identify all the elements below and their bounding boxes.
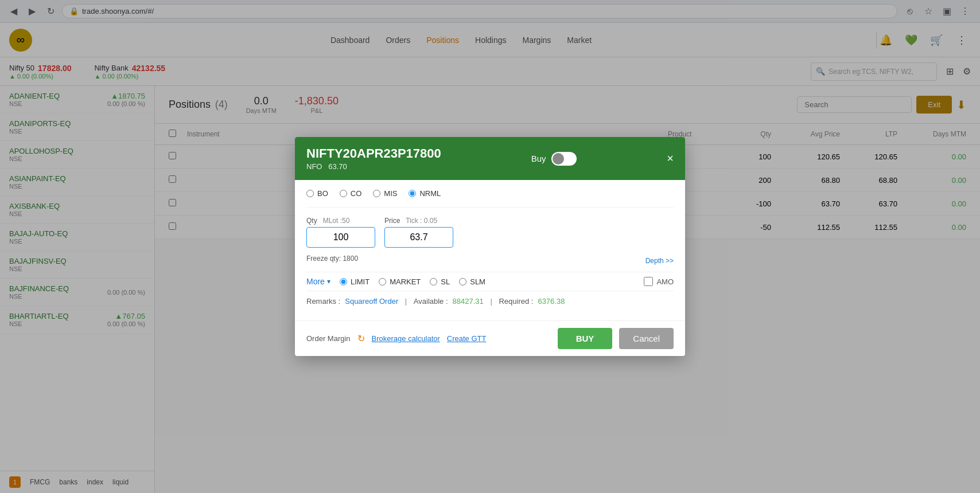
order-exchange: NFO bbox=[306, 162, 322, 171]
order-dialog: NIFTY20APR23P17800 NFO 63.70 Buy × BO bbox=[295, 137, 685, 356]
remarks-label: Remarks : bbox=[306, 297, 340, 306]
brokerage-calculator-link[interactable]: Brokerage calculator bbox=[372, 334, 440, 343]
buy-button[interactable]: BUY bbox=[558, 328, 613, 349]
close-button[interactable]: × bbox=[667, 152, 674, 165]
subtype-slm[interactable]: SLM bbox=[459, 277, 485, 286]
order-types: BO CO MIS NRML bbox=[306, 189, 674, 208]
order-header-left: NIFTY20APR23P17800 NFO 63.70 bbox=[306, 146, 441, 171]
subtype-sl[interactable]: SL bbox=[430, 277, 450, 286]
freeze-qty: Freeze qty: 1800 bbox=[306, 255, 358, 263]
remarks-value: Squareoff Order bbox=[345, 297, 398, 306]
refresh-icon[interactable]: ↻ bbox=[357, 333, 365, 344]
available-label: Available : bbox=[414, 297, 448, 306]
required-label: Required : bbox=[499, 297, 533, 306]
chevron-down-icon: ▾ bbox=[327, 277, 330, 285]
amo-wrap: AMO bbox=[644, 277, 674, 286]
price-input[interactable] bbox=[384, 227, 453, 248]
order-footer: Order Margin ↻ Brokerage calculator Crea… bbox=[295, 320, 685, 356]
order-fields: Qty MLot :50 Price Tick : 0.05 bbox=[306, 217, 674, 248]
separator-2: | bbox=[488, 297, 495, 306]
order-type-nrml[interactable]: NRML bbox=[409, 189, 441, 198]
available-value: 88427.31 bbox=[453, 297, 484, 306]
qty-field-group: Qty MLot :50 bbox=[306, 217, 375, 248]
order-ltp: 63.70 bbox=[328, 162, 347, 171]
qty-input[interactable] bbox=[306, 227, 375, 248]
buy-sell-toggle[interactable] bbox=[551, 152, 577, 166]
modal-overlay: NIFTY20APR23P17800 NFO 63.70 Buy × BO bbox=[0, 0, 980, 493]
subtype-limit[interactable]: LIMIT bbox=[340, 277, 370, 286]
price-field-group: Price Tick : 0.05 bbox=[384, 217, 453, 248]
order-title: NIFTY20APR23P17800 bbox=[306, 146, 441, 161]
separator-1: | bbox=[403, 297, 409, 306]
order-type-bo[interactable]: BO bbox=[306, 189, 328, 198]
subtype-market[interactable]: MARKET bbox=[379, 277, 421, 286]
depth-link[interactable]: Depth >> bbox=[645, 257, 674, 265]
order-type-co[interactable]: CO bbox=[340, 189, 362, 198]
cancel-button[interactable]: Cancel bbox=[619, 328, 674, 349]
order-remarks: Remarks : Squareoff Order | Available : … bbox=[306, 291, 674, 311]
order-dialog-header: NIFTY20APR23P17800 NFO 63.70 Buy × bbox=[295, 137, 685, 180]
toggle-knob bbox=[553, 153, 564, 165]
qty-label: Qty MLot :50 bbox=[306, 217, 375, 225]
order-dialog-body: BO CO MIS NRML Qty MLot :50 bbox=[295, 180, 685, 320]
price-label: Price Tick : 0.05 bbox=[384, 217, 453, 225]
order-margin-label: Order Margin bbox=[306, 334, 351, 343]
amo-label: AMO bbox=[656, 277, 674, 286]
amo-checkbox[interactable] bbox=[644, 277, 653, 286]
freeze-depth-row: Freeze qty: 1800 Depth >> bbox=[306, 255, 674, 267]
more-button[interactable]: More ▾ bbox=[306, 277, 330, 286]
buy-label: Buy bbox=[531, 154, 546, 163]
order-subtitle: NFO 63.70 bbox=[306, 162, 441, 171]
required-value: 6376.38 bbox=[538, 297, 565, 306]
order-subtypes-row: More ▾ LIMIT MARKET SL SLM AMO bbox=[306, 272, 674, 291]
order-type-mis[interactable]: MIS bbox=[373, 189, 397, 198]
order-buy-toggle: Buy bbox=[531, 152, 577, 166]
create-gtt-link[interactable]: Create GTT bbox=[447, 334, 487, 343]
